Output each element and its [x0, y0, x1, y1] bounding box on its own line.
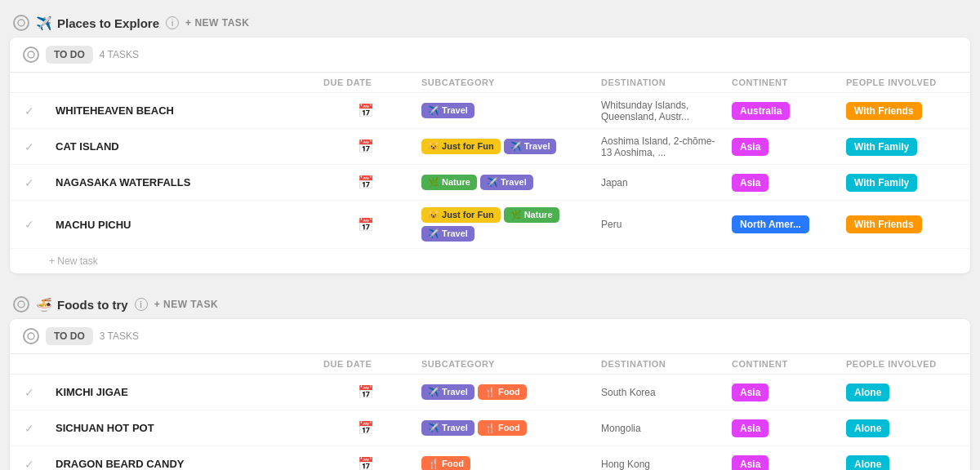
task-name[interactable]: DRAGON BEARD CANDY — [49, 458, 317, 470]
info-icon[interactable]: i — [166, 16, 179, 29]
svg-point-3 — [28, 333, 34, 339]
people-cell: Alone — [840, 419, 970, 437]
col-continent: CONTINENT — [725, 78, 840, 87]
check-icon: ✓ — [24, 458, 34, 471]
col-destination: DESTINATION — [595, 359, 725, 369]
tag-travel[interactable]: ✈️ Travel — [421, 103, 474, 118]
check-cell[interactable]: ✓ — [10, 386, 49, 399]
subcategory-cell: ✈️ Travel🍴 Food — [415, 381, 595, 403]
table-row: ✓SICHUAN HOT POT📅✈️ Travel🍴 FoodMongolia… — [10, 410, 970, 446]
calendar-icon: 📅 — [358, 456, 374, 470]
continent-badge: Asia — [732, 384, 768, 401]
tag-travel[interactable]: ✈️ Travel — [504, 139, 557, 154]
tag-travel[interactable]: ✈️ Travel — [421, 420, 474, 436]
status-collapse-btn[interactable] — [23, 47, 39, 63]
subcategory-cell: 🍴 Food — [415, 453, 595, 470]
table-foods: TO DO3 TASKS DUE DATE SUBCATEGORY DESTIN… — [10, 319, 970, 470]
people-badge: With Family — [846, 174, 917, 192]
people-badge: Alone — [846, 419, 889, 437]
check-icon: ✓ — [24, 140, 34, 153]
new-task-header-btn[interactable]: + NEW TASK — [185, 17, 249, 29]
check-icon: ✓ — [24, 422, 34, 435]
tag-nature[interactable]: 🌿 Nature — [421, 175, 477, 190]
tag-fun[interactable]: 😺 Just for Fun — [421, 207, 501, 223]
column-headers: DUE DATE SUBCATEGORY DESTINATION CONTINE… — [10, 73, 970, 93]
subcategory-cell: 🌿 Nature✈️ Travel — [415, 171, 595, 193]
tag-food[interactable]: 🍴 Food — [478, 384, 527, 400]
calendar-icon: 📅 — [358, 217, 374, 233]
section-icon: 🍜 — [36, 297, 52, 313]
col-people: PEOPLE INVOLVED — [840, 78, 970, 87]
due-date-cell[interactable]: 📅 — [317, 420, 415, 436]
people-badge: With Family — [846, 138, 917, 156]
col-name — [49, 359, 317, 369]
due-date-cell[interactable]: 📅 — [317, 217, 415, 233]
check-cell[interactable]: ✓ — [10, 218, 49, 231]
col-destination: DESTINATION — [595, 78, 725, 87]
table-row: ✓KIMCHI JIGAE📅✈️ Travel🍴 FoodSouth Korea… — [10, 375, 970, 410]
svg-point-2 — [18, 301, 24, 308]
continent-cell: Asia — [725, 384, 840, 401]
destination-cell: Hong Kong — [595, 459, 725, 470]
tag-travel[interactable]: ✈️ Travel — [421, 384, 474, 400]
task-name[interactable]: CAT ISLAND — [49, 140, 317, 153]
continent-cell: Asia — [725, 174, 840, 192]
check-icon: ✓ — [24, 218, 34, 231]
section-icon: ✈️ — [36, 16, 52, 31]
table-header-row: TO DO4 TASKS — [10, 38, 970, 73]
continent-cell: Asia — [725, 138, 840, 156]
svg-point-1 — [28, 51, 34, 58]
continent-badge: North Amer... — [732, 215, 809, 233]
new-task-row[interactable]: + New task — [10, 249, 970, 273]
task-name[interactable]: MACHU PICHU — [49, 219, 317, 231]
task-name[interactable]: NAGASAKA WATERFALLS — [49, 176, 317, 188]
info-icon[interactable]: i — [135, 298, 148, 311]
status-badge: TO DO — [46, 327, 93, 345]
people-cell: With Family — [840, 174, 970, 192]
due-date-cell[interactable]: 📅 — [317, 103, 415, 118]
check-cell[interactable]: ✓ — [10, 458, 49, 471]
section-collapse-btn[interactable] — [13, 15, 29, 31]
check-cell[interactable]: ✓ — [10, 104, 49, 118]
task-name[interactable]: KIMCHI JIGAE — [49, 386, 317, 398]
table-header-row: TO DO3 TASKS — [10, 319, 970, 354]
people-cell: With Friends — [840, 102, 970, 120]
due-date-cell[interactable]: 📅 — [317, 139, 415, 154]
section-title: 🍜 Foods to try — [36, 297, 128, 313]
status-badge: TO DO — [46, 46, 93, 64]
table-row: ✓DRAGON BEARD CANDY📅🍴 FoodHong KongAsiaA… — [10, 446, 970, 470]
check-icon: ✓ — [24, 386, 34, 399]
task-name[interactable]: SICHUAN HOT POT — [49, 422, 317, 434]
due-date-cell[interactable]: 📅 — [317, 456, 415, 470]
people-cell: Alone — [840, 455, 970, 471]
check-icon: ✓ — [24, 104, 34, 118]
col-subcategory: SUBCATEGORY — [415, 359, 595, 369]
col-due-date: DUE DATE — [317, 359, 415, 369]
tag-travel[interactable]: ✈️ Travel — [421, 226, 474, 242]
col-name — [49, 78, 317, 87]
subcategory-cell: 😺 Just for Fun🌿 Nature✈️ Travel — [415, 204, 595, 245]
tag-travel[interactable]: ✈️ Travel — [480, 175, 533, 190]
continent-badge: Asia — [732, 419, 768, 437]
destination-cell: South Korea — [595, 387, 725, 398]
destination-cell: Mongolia — [595, 423, 725, 434]
section-title: ✈️ Places to Explore — [36, 16, 159, 31]
check-cell[interactable]: ✓ — [10, 140, 49, 153]
col-check — [10, 78, 49, 87]
section-collapse-btn[interactable] — [13, 296, 29, 313]
continent-badge: Australia — [732, 102, 790, 120]
tag-nature[interactable]: 🌿 Nature — [504, 207, 559, 223]
new-task-header-btn[interactable]: + NEW TASK — [154, 299, 218, 310]
continent-badge: Asia — [732, 138, 768, 156]
tag-fun[interactable]: 😺 Just for Fun — [421, 139, 501, 154]
status-collapse-btn[interactable] — [23, 328, 39, 344]
due-date-cell[interactable]: 📅 — [317, 175, 415, 190]
people-cell: With Friends — [840, 215, 970, 233]
due-date-cell[interactable]: 📅 — [317, 384, 415, 400]
check-cell[interactable]: ✓ — [10, 422, 49, 435]
check-cell[interactable]: ✓ — [10, 176, 49, 189]
task-name[interactable]: WHITEHEAVEN BEACH — [49, 104, 317, 117]
column-headers: DUE DATE SUBCATEGORY DESTINATION CONTINE… — [10, 354, 970, 375]
tag-food[interactable]: 🍴 Food — [478, 420, 527, 436]
tag-food[interactable]: 🍴 Food — [421, 456, 470, 470]
